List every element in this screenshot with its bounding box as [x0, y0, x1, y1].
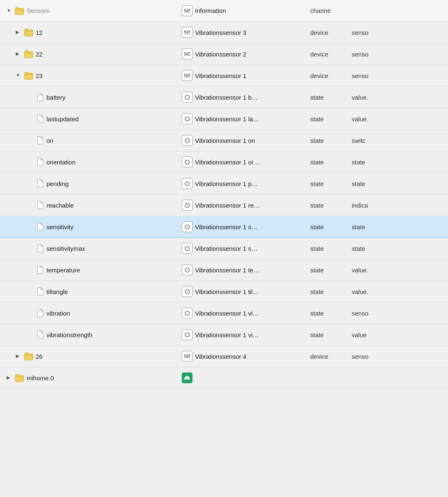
cell-info-reachable: Vibrationssensor 1 re… — [178, 194, 307, 216]
svg-point-33 — [185, 289, 189, 294]
type-text-12: device — [310, 29, 328, 36]
cell-type-12: device — [307, 22, 348, 43]
svg-point-26 — [185, 138, 189, 142]
cell-extra-orientation: state — [348, 151, 448, 173]
label-sensitivity: sensitivity — [46, 223, 73, 230]
cell-info-temperature: Vibrationssensor 1 te… — [178, 259, 307, 281]
extra-text-sensitivitymax: state — [352, 245, 365, 252]
cell-info-23: Vibrationssensor 1 — [178, 65, 307, 86]
folder-icon-26 — [24, 352, 33, 360]
tree-row-12[interactable]: 12 Vibrationssensor 3devicesenso — [0, 22, 448, 43]
tree-row-reachable[interactable]: reachable Vibrationssensor 1 re…stateind… — [0, 194, 448, 216]
extra-text-tiltangle: value. — [352, 288, 368, 295]
info-icon-circle — [182, 221, 192, 232]
cell-name-26: 26 — [0, 345, 178, 367]
cell-name-lastupdated: lastupdated — [0, 108, 178, 130]
info-icon-circle — [182, 286, 192, 297]
info-icon-circle — [182, 157, 192, 167]
info-text-lastupdated: Vibrationssensor 1 la… — [195, 115, 259, 122]
tree-row-vibrationstrength[interactable]: vibrationstrength Vibrationssensor 1 vi…… — [0, 324, 448, 345]
info-text-12: Vibrationssensor 3 — [195, 29, 246, 36]
label-23: 23 — [36, 72, 43, 79]
tree-row-vibration[interactable]: vibration Vibrationssensor 1 vi…statesen… — [0, 302, 448, 324]
cell-type-sensitivity: state — [307, 216, 348, 237]
cell-info-pending: Vibrationssensor 1 p… — [178, 173, 307, 194]
info-text-pending: Vibrationssensor 1 p… — [195, 180, 258, 187]
cell-type-22: device — [307, 43, 348, 65]
tree-row-on[interactable]: on Vibrationssensor 1 onstateswitc — [0, 130, 448, 151]
tree-row-sensors[interactable]: Sensors Informationchanne — [0, 0, 448, 22]
tree-row-temperature[interactable]: temperature Vibrationssensor 1 te…statev… — [0, 259, 448, 281]
tree-row-26[interactable]: 26 Vibrationssensor 4devicesenso — [0, 345, 448, 367]
extra-text-battery: value. — [352, 94, 368, 101]
tree-row-orientation[interactable]: orientation Vibrationssensor 1 or…states… — [0, 151, 448, 173]
svg-point-29 — [185, 203, 189, 207]
extra-text-sensitivity: state — [352, 223, 365, 230]
type-text-vibration: state — [310, 310, 324, 317]
folder-icon-sensors — [15, 7, 24, 15]
arrow-12[interactable] — [16, 29, 22, 35]
cell-name-pending: pending — [0, 173, 178, 194]
tree-row-22[interactable]: 22 Vibrationssensor 2devicesenso — [0, 43, 448, 65]
cell-info-lastupdated: Vibrationssensor 1 la… — [178, 108, 307, 130]
tree-row-sensitivitymax[interactable]: sensitivitymax Vibrationssensor 1 s…stat… — [0, 237, 448, 259]
cell-type-orientation: state — [307, 151, 348, 173]
cell-extra-26: senso — [348, 345, 448, 367]
arrow-23[interactable] — [16, 73, 22, 78]
info-text-temperature: Vibrationssensor 1 te… — [195, 267, 260, 274]
info-text-vibration: Vibrationssensor 1 vi… — [195, 310, 259, 317]
info-text-sensitivitymax: Vibrationssensor 1 s… — [195, 245, 258, 252]
cell-type-tiltangle: state — [307, 281, 348, 302]
type-text-tiltangle: state — [310, 288, 324, 295]
label-mihome0: mihome.0 — [27, 375, 54, 382]
cell-name-mihome0: mihome.0 — [0, 367, 178, 389]
tree-row-battery[interactable]: battery Vibrationssensor 1 b…statevalue. — [0, 86, 448, 108]
cell-type-battery: state — [307, 86, 348, 108]
folder-icon-12 — [24, 28, 33, 37]
cell-info-12: Vibrationssensor 3 — [178, 22, 307, 43]
info-text-vibrationstrength: Vibrationssensor 1 vi… — [195, 331, 259, 338]
svg-point-31 — [185, 246, 189, 250]
tree-row-lastupdated[interactable]: lastupdated Vibrationssensor 1 la…statev… — [0, 108, 448, 130]
tree-row-sensitivity[interactable]: sensitivity Vibrationssensor 1 s…statest… — [0, 216, 448, 237]
cell-extra-battery: value. — [348, 86, 448, 108]
cell-name-sensitivitymax: sensitivitymax — [0, 237, 178, 259]
type-text-22: device — [310, 51, 328, 58]
type-text-pending: state — [310, 180, 324, 187]
label-12: 12 — [36, 29, 43, 36]
svg-point-34 — [185, 311, 189, 315]
extra-text-vibration: senso — [352, 310, 368, 317]
label-tiltangle: tiltangle — [46, 288, 68, 295]
cell-type-vibrationstrength: state — [307, 324, 348, 345]
tree-row-mihome0[interactable]: mihome.0 — [0, 367, 448, 389]
extra-text-vibrationstrength: value — [352, 331, 367, 338]
cell-info-mihome0 — [178, 367, 307, 389]
info-icon-circle — [182, 178, 192, 189]
tree-row-pending[interactable]: pending Vibrationssensor 1 p…statestate — [0, 173, 448, 194]
type-text-26: device — [310, 353, 328, 360]
svg-point-27 — [185, 160, 189, 164]
cell-extra-lastupdated: value. — [348, 108, 448, 130]
cell-type-pending: state — [307, 173, 348, 194]
cell-info-sensors: Information — [178, 0, 307, 22]
arrow-mihome0[interactable] — [7, 375, 12, 381]
tree-row-23[interactable]: 23 Vibrationssensor 1devicesenso — [0, 65, 448, 86]
cell-name-vibration: vibration — [0, 302, 178, 324]
arrow-26[interactable] — [16, 353, 22, 359]
file-icon-sensitivitymax — [37, 244, 44, 252]
arrow-sensors[interactable] — [7, 8, 12, 14]
info-text-sensors: Information — [195, 7, 226, 14]
file-icon-sensitivity — [37, 223, 44, 231]
type-text-vibrationstrength: state — [310, 331, 324, 338]
cell-info-orientation: Vibrationssensor 1 or… — [178, 151, 307, 173]
info-icon-circle — [182, 200, 192, 211]
arrow-22[interactable] — [16, 51, 22, 57]
tree-row-tiltangle[interactable]: tiltangle Vibrationssensor 1 til…stateva… — [0, 281, 448, 302]
cell-name-23: 23 — [0, 65, 178, 86]
type-text-sensitivity: state — [310, 223, 324, 230]
cell-info-vibration: Vibrationssensor 1 vi… — [178, 302, 307, 324]
cell-type-sensors: channe — [307, 0, 348, 22]
cell-extra-sensitivitymax: state — [348, 237, 448, 259]
info-text-tiltangle: Vibrationssensor 1 til… — [195, 288, 259, 295]
type-text-battery: state — [310, 94, 324, 101]
